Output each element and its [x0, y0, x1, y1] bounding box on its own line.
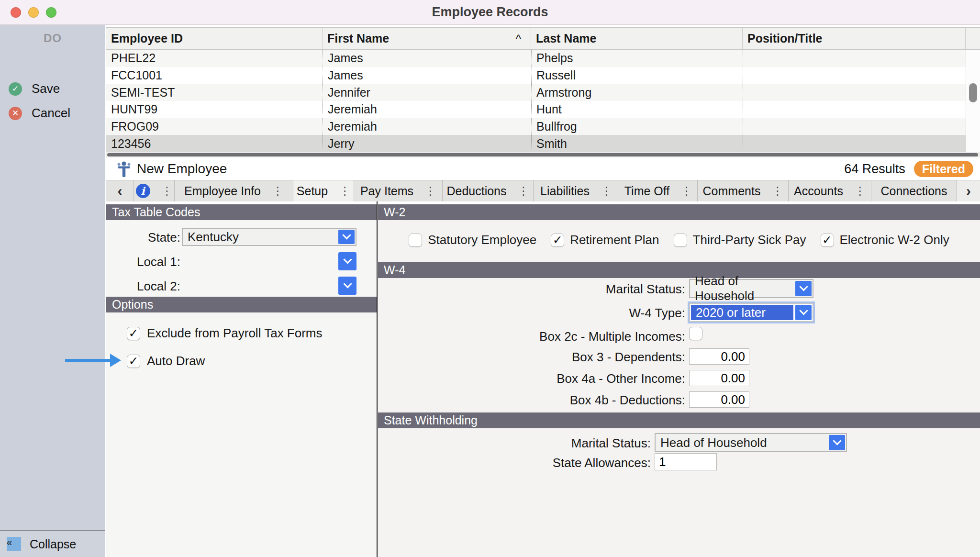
w4-marital-status-combobox[interactable]: Head of Household — [689, 279, 813, 298]
w4-type-dropdown-button[interactable] — [795, 305, 812, 320]
section-header-w4: W-4 — [378, 262, 980, 278]
column-header-employee-id[interactable]: Employee ID — [106, 28, 323, 49]
do-section-label: DO — [0, 32, 105, 45]
w2-checkbox-row: Statutory Employee ✓ Retirement Plan Thi… — [378, 233, 980, 247]
electronic-w2-only-checkbox[interactable]: ✓ — [821, 234, 834, 247]
w4-type-value: 2020 or later — [691, 305, 793, 320]
local2-dropdown-button[interactable] — [338, 277, 356, 295]
sort-ascending-icon: ^ — [516, 32, 521, 45]
state-dropdown-button[interactable] — [338, 230, 355, 244]
new-employee-person-icon — [117, 161, 131, 177]
sw-marital-status-value: Head of Household — [656, 434, 828, 451]
sw-marital-status-combobox[interactable]: Head of Household — [655, 433, 847, 452]
exclude-payroll-tax-forms-checkbox[interactable]: ✓ — [127, 327, 140, 340]
tab-time-off[interactable]: Time Off ⋮ — [619, 180, 698, 201]
chevron-down-icon — [799, 282, 808, 291]
state-allowances-input[interactable] — [655, 453, 717, 470]
cancel-x-icon: ✕ — [9, 107, 22, 120]
box2c-label: Box 2c - Multiple Incomes: — [378, 329, 685, 344]
table-row[interactable]: HUNT99 Jeremiah Hunt — [106, 101, 980, 118]
employee-table: Employee ID First Name ^ Last Name Posit… — [106, 25, 980, 158]
table-row-selected[interactable]: 123456 Jerry Smith — [106, 135, 980, 152]
zoom-window-button[interactable] — [46, 7, 56, 18]
table-row[interactable]: FCC1001 James Russell — [106, 67, 980, 84]
tab-liabilities[interactable]: Liabilities ⋮ — [534, 180, 619, 201]
w4-marital-status-dropdown-button[interactable] — [795, 281, 812, 296]
tab-info[interactable]: i ⋮ — [134, 180, 175, 201]
close-window-button[interactable] — [11, 7, 21, 18]
results-count: 64 Results — [844, 162, 905, 177]
collapse-button[interactable]: « Collapse — [0, 530, 105, 557]
tab-drag-dots-icon[interactable]: ⋮ — [162, 185, 173, 198]
table-row[interactable]: PHEL22 James Phelps — [106, 50, 980, 67]
horizontal-scrollbar-thumb[interactable] — [107, 153, 978, 156]
vertical-scrollbar-thumb[interactable] — [969, 83, 977, 102]
tab-drag-dots-icon[interactable]: ⋮ — [339, 185, 350, 198]
annotation-arrow — [65, 359, 111, 362]
box4a-other-income-label: Box 4a - Other Income: — [378, 371, 685, 386]
electronic-w2-only-option: ✓ Electronic W-2 Only — [821, 233, 949, 247]
state-combobox[interactable]: Kentucky — [182, 228, 356, 246]
annotation-arrow-head — [110, 354, 121, 367]
chevron-down-icon — [833, 436, 841, 445]
tab-accounts[interactable]: Accounts ⋮ — [789, 180, 871, 201]
save-button[interactable]: ✓ Save — [9, 81, 60, 96]
local1-label: Local 1: — [106, 255, 180, 269]
save-check-icon: ✓ — [9, 82, 22, 96]
w4-type-combobox[interactable]: 2020 or later — [689, 303, 813, 322]
vertical-scrollbar[interactable] — [966, 50, 980, 152]
w4-type-label: W-4 Type: — [378, 306, 685, 321]
chevron-down-icon — [799, 306, 808, 315]
collapse-chevrons-icon: « — [7, 537, 21, 551]
tab-drag-dots-icon[interactable]: ⋮ — [425, 185, 436, 198]
table-body: PHEL22 James Phelps FCC1001 James Russel… — [106, 50, 980, 152]
auto-draw-checkbox[interactable]: ✓ — [127, 355, 140, 368]
local1-dropdown-button[interactable] — [338, 252, 356, 270]
local2-label: Local 2: — [106, 279, 180, 294]
tab-drag-dots-icon[interactable]: ⋮ — [272, 185, 283, 198]
box4a-other-income-input[interactable] — [689, 370, 749, 386]
horizontal-scrollbar[interactable] — [106, 152, 980, 157]
third-party-sick-pay-option: Third-Party Sick Pay — [674, 233, 806, 247]
tabs-scroll-right-button[interactable]: › — [957, 180, 980, 201]
cancel-button[interactable]: ✕ Cancel — [9, 106, 70, 121]
column-header-position-title[interactable]: Position/Title — [743, 28, 966, 49]
tab-drag-dots-icon[interactable]: ⋮ — [601, 185, 612, 198]
tab-employee-info[interactable]: Employee Info ⋮ — [175, 180, 293, 201]
cancel-label: Cancel — [32, 106, 70, 121]
tab-deductions[interactable]: Deductions ⋮ — [443, 180, 534, 201]
tab-pay-items[interactable]: Pay Items ⋮ — [354, 180, 443, 201]
box3-dependents-input[interactable] — [689, 348, 749, 365]
column-header-first-name[interactable]: First Name ^ — [323, 28, 531, 49]
save-label: Save — [32, 81, 60, 96]
column-header-spacer — [966, 28, 980, 49]
tab-comments[interactable]: Comments ⋮ — [698, 180, 789, 201]
title-bar: Employee Records — [0, 0, 980, 25]
box2c-multiple-incomes-checkbox[interactable] — [689, 327, 702, 340]
tab-drag-dots-icon[interactable]: ⋮ — [855, 185, 866, 198]
tab-setup[interactable]: Setup ⋮ — [293, 180, 354, 201]
tabs-scroll-left-button[interactable]: ‹ — [106, 180, 134, 201]
retirement-plan-checkbox[interactable]: ✓ — [551, 234, 564, 247]
statutory-employee-option: Statutory Employee — [409, 233, 536, 247]
section-header-state-withholding: State Withholding — [378, 412, 980, 428]
tab-drag-dots-icon[interactable]: ⋮ — [772, 185, 783, 198]
table-row[interactable]: SEMI-TEST Jennifer Armstrong — [106, 84, 980, 101]
sw-marital-status-dropdown-button[interactable] — [829, 435, 845, 450]
column-header-last-name[interactable]: Last Name — [531, 28, 743, 49]
filtered-badge[interactable]: Filtered — [914, 161, 973, 177]
tab-drag-dots-icon[interactable]: ⋮ — [681, 185, 692, 198]
minimize-window-button[interactable] — [28, 7, 39, 18]
box4b-deductions-input[interactable] — [689, 391, 749, 408]
box4b-deductions-label: Box 4b - Deductions: — [378, 393, 685, 408]
section-header-tax-table-codes: Tax Table Codes — [106, 204, 377, 220]
statutory-employee-checkbox[interactable] — [409, 234, 422, 247]
chevron-down-icon — [343, 255, 352, 264]
tab-connections[interactable]: Connections — [871, 180, 957, 201]
retirement-plan-option: ✓ Retirement Plan — [551, 233, 659, 247]
setup-left-panel: Tax Table Codes State: Kentucky Local 1:… — [106, 204, 377, 557]
tab-drag-dots-icon[interactable]: ⋮ — [518, 185, 529, 198]
third-party-sick-pay-checkbox[interactable] — [674, 234, 687, 247]
state-label: State: — [106, 230, 180, 245]
table-row[interactable]: FROG09 Jeremiah Bullfrog — [106, 118, 980, 135]
